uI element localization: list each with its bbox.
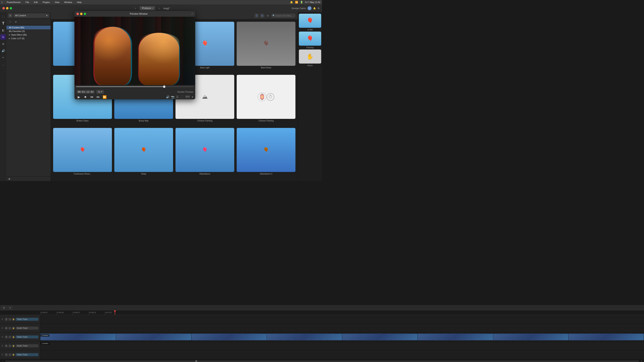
effect-thumb-disturbance — [176, 128, 234, 172]
collapse-panel-area: ◀ — [6, 176, 50, 181]
preview-fullscreen-icon[interactable]: ⛶ — [180, 95, 183, 98]
wifi-icon: 📶 — [295, 1, 298, 3]
title-bar-right: George Cairns GC 🔔 ⚙ — [292, 6, 320, 10]
effect-disturbance2[interactable]: Disturbance 2 — [236, 127, 296, 179]
effect-disturbance[interactable]: Disturbance — [175, 127, 235, 179]
menu-view[interactable]: View — [54, 1, 60, 3]
notifications-icon[interactable]: 🔔 — [313, 7, 316, 10]
effect-label-chinesepainting1: Chinese Painting — [197, 120, 212, 122]
preview-maximize-button[interactable] — [84, 13, 86, 15]
tab-favorites[interactable]: ♡ — [8, 20, 12, 24]
apple-menu[interactable]:  — [2, 0, 2, 4]
effect-label-delay: Delay — [141, 173, 146, 175]
grid-view-large-button[interactable]: ⊟ — [266, 13, 270, 18]
menu-powerdirector[interactable]: PowerDirector — [6, 1, 22, 3]
preview-audio-icon[interactable]: 🔊 — [166, 95, 170, 98]
minimize-button[interactable] — [6, 7, 8, 9]
preview-captions-icon[interactable]: ☰ — [176, 95, 179, 98]
menu-window[interactable]: Window — [64, 1, 73, 3]
tree-arrow-lut: ▶ — [9, 37, 10, 39]
preview-traffic-lights — [76, 13, 86, 15]
preview-video — [74, 17, 195, 85]
effect-label-backlight: Back Light — [200, 66, 210, 69]
right-effect-3[interactable]: nboss — [299, 49, 321, 66]
prev-frame-button[interactable]: ⏮ — [89, 94, 94, 99]
scrubber-track[interactable] — [76, 86, 194, 87]
aspect-ratio-badge: 16:9 — [185, 95, 190, 98]
content-filter-dropdown[interactable]: All Content ▾ — [14, 14, 49, 17]
content-filter-button[interactable]: ⊞ — [8, 13, 12, 18]
traffic-lights — [2, 7, 12, 9]
render-preview-button[interactable]: Render Preview — [178, 91, 193, 93]
user-avatar[interactable]: GC — [308, 6, 312, 10]
fast-forward-button[interactable]: ⏩ — [102, 94, 107, 99]
effect-thumb-delay — [114, 128, 173, 172]
maximize-button[interactable] — [10, 7, 12, 9]
preview-icons-right: 🔊 📷 ☰ ⛶ 16:9 ▾ — [166, 95, 193, 98]
right-label-2: Painting — [306, 46, 314, 49]
preview-minimize-button[interactable] — [80, 13, 82, 15]
close-button[interactable] — [2, 7, 5, 9]
sidebar-icon-overlay[interactable]: ◧ — [0, 27, 6, 33]
playback-controls: ▶ ■ ⏮ ⏭ ⏩ 🔊 📷 ☰ ⛶ 16:9 ▾ — [74, 94, 195, 99]
preview-scrubber[interactable] — [74, 85, 195, 89]
right-thumb-1 — [299, 14, 321, 28]
sidebar-icon-transition[interactable]: ⊞ — [0, 41, 6, 47]
right-sidebar: ur Bar Painting nboss — [298, 12, 322, 181]
effect-bandnoise[interactable]: Band Noise — [236, 21, 296, 73]
menu-file[interactable]: File — [25, 1, 30, 3]
sidebar-icon-trim[interactable]: ✂ — [0, 55, 6, 60]
tree-item-favorites[interactable]: My Favorites (0) — [6, 29, 50, 33]
effect-label-disturbance2: Disturbance 2 — [260, 173, 272, 175]
effect-continuousshoot[interactable]: Continuous Shoot... — [52, 127, 113, 179]
right-effect-1[interactable]: ur Bar — [299, 14, 321, 31]
content-tab-bar: ♡ ✦ — [6, 19, 50, 25]
effect-thumb-disturbance2 — [237, 128, 296, 172]
sidebar-icon-more[interactable]: … — [0, 61, 6, 67]
left-sidebar: ⬚ T ◧ fx ⊞ 🔊 ✂ … — [0, 12, 6, 181]
back-button[interactable]: ‹ — [134, 6, 137, 10]
preview-close-button[interactable] — [76, 13, 79, 15]
grid-view-grid-button[interactable]: ⊞ — [260, 13, 264, 18]
effect-chinesepainting2[interactable]: Chinese Painting — [236, 74, 296, 126]
stop-button[interactable]: ■ — [83, 94, 88, 99]
tree-item-style-effect[interactable]: ▶ Style Effect (85) — [6, 33, 50, 37]
collapse-panel-button[interactable]: ◀ — [8, 177, 10, 180]
effect-label-contshoot: Continuous Shoot... — [74, 173, 91, 175]
scrubber-thumb[interactable] — [163, 85, 166, 88]
search-input[interactable] — [271, 14, 296, 17]
tree-item-favorites-label: My Favorites (0) — [9, 30, 25, 32]
next-frame-button[interactable]: ⏭ — [96, 94, 100, 99]
content-tree: All Content (85) My Favorites (0) ▶ Styl… — [6, 25, 50, 176]
produce-button[interactable]: Produce › — [140, 6, 155, 10]
forward-button[interactable]: › — [158, 6, 161, 10]
fit-dropdown[interactable]: Fit ▾ — [96, 90, 104, 94]
tree-item-all-content-label: All Content (85) — [9, 26, 24, 29]
figure-person-right — [139, 33, 179, 85]
right-label-3: nboss — [307, 64, 313, 66]
preview-settings-icon[interactable]: ▾ — [192, 95, 193, 98]
tree-item-all-content[interactable]: All Content (85) — [6, 26, 50, 29]
preview-camera-icon[interactable]: 📷 — [171, 95, 174, 98]
sidebar-icon-media[interactable]: ⬚ — [0, 14, 6, 19]
preview-expand-button[interactable]: ⤢ — [191, 12, 193, 15]
effect-delay[interactable]: Delay — [114, 127, 174, 179]
tree-item-color-lut[interactable]: ▶ Color LUT (0) — [6, 37, 50, 40]
right-effect-2[interactable]: Painting — [299, 31, 321, 49]
menu-edit[interactable]: Edit — [33, 1, 39, 3]
battery-icon: 🔋 — [300, 1, 303, 3]
search-wrapper: 🔍 — [271, 14, 296, 17]
sidebar-icon-text[interactable]: T — [0, 20, 6, 26]
sidebar-icon-audio[interactable]: 🔊 — [0, 48, 6, 53]
sidebar-icon-fx[interactable]: fx — [0, 34, 6, 40]
scrubber-fill — [76, 86, 164, 87]
username: George Cairns — [292, 7, 306, 9]
menu-help[interactable]: Help — [76, 1, 82, 3]
notification-icon: 🔔 — [290, 1, 293, 3]
settings-gear-icon[interactable]: ⚙ — [318, 7, 320, 10]
grid-view-list-button[interactable]: ☰ — [254, 13, 259, 18]
menu-plugins[interactable]: Plugins — [42, 1, 51, 3]
tab-all[interactable]: ✦ — [14, 20, 18, 24]
play-button[interactable]: ▶ — [76, 94, 81, 99]
tree-item-style-label: Style Effect (85) — [11, 33, 27, 36]
